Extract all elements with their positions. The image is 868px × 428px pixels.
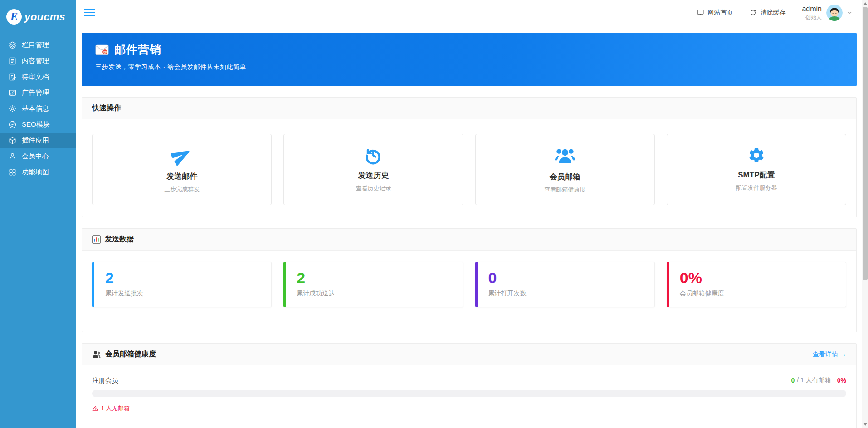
view-detail-link[interactable]: 查看详情 → [813,350,846,359]
member-icon [8,152,17,161]
stat-card-opens: 0 累计打开次数 [475,262,655,307]
gear-icon [747,144,766,166]
health-row-intermediate: 中级会员 0 / 0 人有邮箱 0% [92,426,846,428]
main-area: 网站首页 清除缓存 admin 创始人 [76,0,868,428]
busts-icon [92,350,101,358]
stat-card-delivered: 2 累计成功送达 [283,262,463,307]
app-window: E youcms 栏目管理 内容管理 待审文档 [0,0,868,428]
seo-link-icon [8,120,17,129]
main-content: @ 邮件营销 三步发送，零学习成本 · 给会员发邮件从未如此简单 快速操作 发 [76,25,868,428]
users-icon [554,144,576,166]
monitor-icon [697,9,704,16]
email-icon: @ [95,44,109,55]
brand-logo-icon: E [6,9,22,25]
warning-icon [92,405,98,412]
topbar: 网站首页 清除缓存 admin 创始人 [76,0,868,25]
quick-card-send-mail[interactable]: 发送邮件 三步完成群发 [92,134,272,205]
health-title: 会员邮箱健康度 [105,349,156,359]
health-panel: 会员邮箱健康度 查看详情 → 注册会员 0 / 1 人有邮箱 0% [82,343,857,428]
stat-value: 0% [680,269,835,287]
member-level-label: 注册会员 [92,376,118,385]
scrollbar-up-arrow-icon[interactable] [863,2,867,5]
sidebar-item-content-manage[interactable]: 内容管理 [0,53,76,69]
scrollbar-down-arrow-icon[interactable] [863,423,867,426]
user-name: admin [802,5,822,13]
stat-card-total-batches: 2 累计发送批次 [92,262,272,307]
sidebar-nav: 栏目管理 内容管理 待审文档 广告管理 [0,37,76,180]
sidebar-item-ad-manage[interactable]: 广告管理 [0,85,76,101]
history-icon [364,144,383,166]
health-percent: 0% [837,377,846,384]
content-doc-icon [8,57,17,65]
brand-logo-text: youcms [24,11,65,23]
gear-icon [8,104,17,113]
send-stats-title: 发送数据 [105,235,134,244]
sidebar-item-column-manage[interactable]: 栏目管理 [0,37,76,53]
stat-label: 会员邮箱健康度 [680,290,835,298]
sidebar: E youcms 栏目管理 内容管理 待审文档 [0,0,76,428]
stat-label: 累计成功送达 [297,290,452,298]
scrollbar-thumb[interactable] [863,7,868,280]
stat-label: 累计发送批次 [105,290,260,298]
quick-card-send-history[interactable]: 发送历史 查看历史记录 [283,134,463,205]
svg-text:@: @ [103,50,107,54]
quick-card-smtp-config[interactable]: SMTP配置 配置发件服务器 [667,134,846,205]
chevron-down-icon [847,10,853,15]
have-email-count: 0 [791,377,795,384]
quick-card-member-email[interactable]: 会员邮箱 查看邮箱健康度 [475,134,655,205]
total-text: / 1 人有邮箱 [797,376,831,384]
site-home-link[interactable]: 网站首页 [697,9,733,17]
stat-value: 2 [297,269,452,287]
progress-bar [92,390,846,397]
page-title: 邮件营销 [114,42,161,57]
stat-value: 0 [488,269,644,287]
stat-card-email-health: 0% 会员邮箱健康度 [667,262,846,307]
banner-subtitle: 三步发送，零学习成本 · 给会员发邮件从未如此简单 [95,63,843,71]
warning-text: 1 人无邮箱 [92,404,846,413]
sitemap-grid-icon [8,168,17,177]
banner: @ 邮件营销 三步发送，零学习成本 · 给会员发邮件从未如此简单 [82,33,857,86]
sidebar-item-member-center[interactable]: 会员中心 [0,148,76,164]
quick-actions-title: 快速操作 [92,103,121,113]
clear-cache-link[interactable]: 清除缓存 [749,9,785,17]
user-role: 创始人 [802,14,822,20]
avatar [826,5,843,21]
paper-plane-icon [171,144,192,166]
stat-label: 累计打开次数 [488,290,644,298]
user-menu[interactable]: admin 创始人 [802,5,853,21]
scrollbar[interactable] [862,0,868,428]
menu-toggle-icon[interactable] [84,9,95,16]
brand-logo[interactable]: E youcms [0,0,76,37]
send-stats-panel: 发送数据 2 累计发送批次 2 累计成功送达 0 累计打开次数 [82,228,857,332]
sidebar-item-basic-info[interactable]: 基本信息 [0,101,76,117]
plugin-cube-icon [8,136,17,145]
sidebar-item-function-map[interactable]: 功能地图 [0,164,76,180]
ad-icon [8,89,17,97]
pending-doc-icon [8,73,17,81]
refresh-icon [749,9,757,16]
health-row-registered: 注册会员 0 / 1 人有邮箱 0% [92,375,846,385]
sidebar-item-pending-docs[interactable]: 待审文档 [0,69,76,85]
layers-icon [8,41,17,49]
stat-value: 2 [105,269,260,287]
quick-actions-panel: 快速操作 发送邮件 三步完成群发 发送历史 [82,97,857,217]
sidebar-item-plugins[interactable]: 插件应用 [0,133,76,148]
bar-chart-icon [92,235,101,244]
sidebar-item-seo-module[interactable]: SEO模块 [0,117,76,133]
